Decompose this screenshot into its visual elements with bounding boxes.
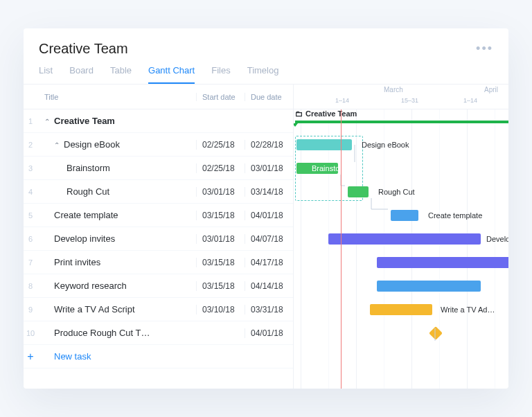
gantt-bar-row (294, 274, 508, 298)
start-date-cell[interactable]: 02/25/18 (196, 140, 245, 150)
task-title-cell[interactable]: Print invites (37, 257, 196, 267)
task-title-cell[interactable]: Brainstorm (37, 163, 196, 173)
gantt-bar[interactable] (370, 304, 432, 315)
column-title[interactable]: Title (37, 93, 196, 101)
column-start[interactable]: Start date (196, 93, 245, 101)
start-date-cell[interactable]: 03/01/18 (196, 187, 245, 197)
table-row[interactable]: 7Print invites03/15/1804/17/18 (24, 251, 293, 274)
gantt-milestone[interactable] (429, 326, 443, 340)
gantt-group-bar[interactable] (295, 121, 508, 123)
gantt-month-label: March (384, 86, 403, 94)
task-title-cell[interactable]: ⌃Design eBook (37, 139, 196, 150)
folder-icon: 🗀 (295, 109, 303, 118)
row-number: 9 (24, 305, 37, 314)
gantt-bar-row: Rough Cut (294, 180, 508, 204)
task-title-cell[interactable]: Produce Rough Cut T… (37, 328, 196, 338)
start-date-cell[interactable]: 03/15/18 (196, 258, 245, 267)
due-date-cell[interactable]: 02/28/18 (245, 140, 293, 150)
chevron-down-icon[interactable]: ⌃ (54, 141, 61, 149)
due-date-cell[interactable]: 04/01/18 (245, 211, 293, 220)
task-title-cell[interactable]: Create template (37, 210, 196, 220)
due-date-cell[interactable]: 03/14/18 (245, 187, 293, 197)
start-date-cell[interactable]: 03/15/18 (196, 211, 245, 220)
tab-timelog[interactable]: Timelog (247, 65, 279, 84)
row-number: 2 (24, 141, 37, 149)
task-title-cell[interactable]: Write a TV Ad Script (37, 304, 196, 314)
table-row[interactable]: 6Develop invites03/01/1804/07/18 (24, 227, 293, 251)
task-grid: Title Start date Due date 1⌃Creative Tea… (24, 85, 294, 389)
plus-icon[interactable]: + (24, 351, 37, 363)
gantt-bar[interactable] (348, 186, 369, 197)
gantt-today-line (341, 109, 342, 389)
task-title-cell[interactable]: Develop invites (37, 233, 196, 244)
gantt-bar-label: Develop… (482, 233, 508, 245)
task-title: Create template (54, 210, 118, 220)
table-row[interactable]: 1⌃Creative Team (24, 109, 293, 133)
table-row[interactable]: 3Brainstorm02/25/1803/01/18 (24, 157, 293, 180)
tab-table[interactable]: Table (110, 65, 132, 84)
row-number: 6 (24, 235, 37, 243)
gantt-bar-row: Create template (294, 204, 508, 227)
gantt-bar-row: Brainstorm (294, 157, 508, 180)
tab-board[interactable]: Board (69, 65, 94, 84)
due-date-cell[interactable]: 04/14/18 (245, 281, 293, 291)
table-row[interactable]: 9Write a TV Ad Script03/10/1803/31/18 (24, 298, 293, 321)
table-row[interactable]: 5Create template03/15/1804/01/18 (24, 204, 293, 227)
due-date-cell[interactable]: 03/31/18 (245, 305, 293, 314)
gantt-body[interactable]: 🗀Creative TeamDesign eBookBrainstormRoug… (294, 109, 508, 389)
row-number: 10 (24, 329, 37, 337)
page-title: Creative Team (39, 41, 128, 57)
gantt-bar-row: Write a TV Ad… (294, 298, 508, 321)
new-task-label[interactable]: New task (37, 351, 196, 362)
tab-list[interactable]: List (39, 65, 53, 84)
row-number: 3 (24, 164, 37, 172)
task-title: Write a TV Ad Script (54, 304, 135, 314)
table-row[interactable]: 10Produce Rough Cut T…04/01/18 (24, 321, 293, 345)
column-headers: Title Start date Due date (24, 85, 293, 109)
gantt-bar-label: Design eBook (357, 139, 409, 150)
task-title: Develop invites (54, 233, 115, 244)
due-date-cell[interactable]: 04/01/18 (245, 328, 293, 338)
start-date-cell[interactable]: 03/15/18 (196, 281, 245, 291)
chevron-down-icon[interactable]: ⌃ (44, 118, 51, 125)
due-date-cell[interactable]: 04/07/18 (245, 234, 293, 244)
due-date-cell[interactable]: 04/17/18 (245, 258, 293, 267)
task-title-cell[interactable]: Rough Cut (37, 186, 196, 197)
gantt-bar-row: Develop… (294, 227, 508, 251)
table-row[interactable]: 8Keyword research03/15/1804/14/18 (24, 274, 293, 298)
gantt-range-label: 1–14 (463, 97, 477, 104)
gantt-bar-label: Rough Cut (374, 186, 415, 197)
gantt-area[interactable]: MarchApril 1–1415–311–14 🗀Creative TeamD… (294, 85, 508, 389)
due-date-cell[interactable]: 03/01/18 (245, 163, 293, 173)
start-date-cell[interactable]: 02/25/18 (196, 163, 245, 173)
gantt-bar[interactable] (391, 210, 418, 221)
task-title: Rough Cut (66, 186, 109, 197)
task-title-cell[interactable]: Keyword research (37, 281, 196, 291)
start-date-cell[interactable]: 03/10/18 (196, 305, 245, 314)
tab-gantt-chart[interactable]: Gantt Chart (148, 65, 195, 84)
gantt-bar[interactable] (296, 139, 352, 150)
gantt-bar-label: Brainstorm (308, 163, 348, 174)
more-menu-button[interactable]: ••• (476, 42, 493, 56)
rows-container: 1⌃Creative Team2⌃Design eBook02/25/1802/… (24, 109, 293, 389)
gantt-timeline-header: MarchApril 1–1415–311–14 (294, 85, 508, 109)
row-number: 8 (24, 282, 37, 290)
tab-files[interactable]: Files (211, 65, 230, 84)
header: Creative Team ••• (24, 28, 508, 57)
task-title-cell[interactable]: ⌃Creative Team (37, 116, 196, 126)
row-number: 7 (24, 258, 37, 267)
column-due[interactable]: Due date (245, 93, 293, 101)
gantt-bar-row (294, 321, 508, 345)
row-number: 1 (24, 117, 37, 125)
table-row[interactable]: 2⌃Design eBook02/25/1802/28/18 (24, 133, 293, 157)
task-title: Creative Team (54, 116, 115, 126)
new-task-row[interactable]: +New task (24, 345, 293, 369)
start-date-cell[interactable]: 03/01/18 (196, 234, 245, 244)
row-number: 5 (24, 211, 37, 220)
gantt-bar[interactable] (377, 257, 508, 268)
table-row[interactable]: 4Rough Cut03/01/1803/14/18 (24, 180, 293, 204)
gantt-bar[interactable] (377, 281, 481, 292)
gantt-group-row[interactable]: 🗀Creative Team (294, 109, 508, 133)
gantt-group-label: 🗀Creative Team (295, 109, 357, 118)
gantt-bar[interactable] (328, 233, 481, 245)
